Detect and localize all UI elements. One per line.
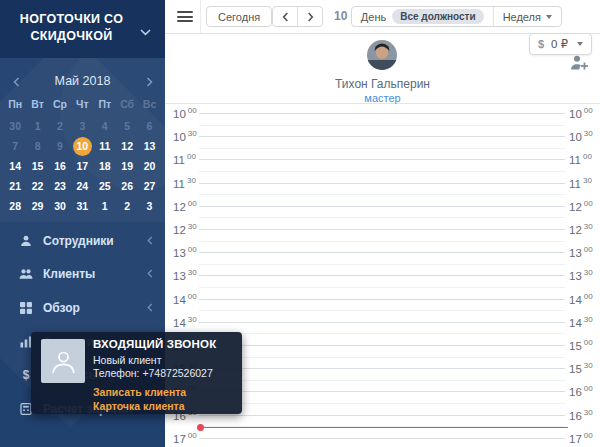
calendar-day[interactable]: 2 (116, 196, 138, 216)
calendar-day[interactable]: 8 (26, 136, 48, 156)
chevron-left-icon (147, 234, 153, 248)
calendar-day[interactable]: 16 (49, 156, 71, 176)
popup-phone: Телефон: +74872526027 (93, 367, 234, 380)
calendar-day[interactable]: 29 (26, 196, 48, 216)
grid-line (199, 415, 565, 416)
grid-icon (18, 302, 34, 314)
time-label-right: 1200 (569, 199, 593, 213)
grid-line (199, 438, 565, 439)
grid-line-quarter (199, 403, 565, 404)
calendar-day[interactable]: 5 (116, 116, 138, 136)
prev-day-button[interactable] (273, 7, 297, 26)
calendar-day[interactable]: 26 (116, 176, 138, 196)
time-label-left: 1030 (173, 129, 197, 143)
menu-toggle-icon[interactable] (177, 11, 193, 25)
time-label-right: 1430 (569, 315, 593, 329)
time-label-left: 1700 (173, 431, 197, 445)
time-label-right: 1100 (569, 152, 592, 166)
sidebar-item-employees[interactable]: Сотрудники (0, 224, 165, 258)
time-label-right: 1130 (569, 176, 592, 190)
calendar-day[interactable]: 24 (71, 176, 93, 196)
people-icon (18, 268, 34, 280)
calendar-day[interactable]: 30 (49, 196, 71, 216)
current-time-dot (197, 424, 204, 431)
calendar-day[interactable]: 18 (94, 156, 116, 176)
calendar-day[interactable]: 19 (116, 156, 138, 176)
calendar-day[interactable]: 22 (26, 176, 48, 196)
time-label-right: 1700 (569, 431, 593, 445)
client-card-link[interactable]: Карточка клиента (93, 400, 234, 414)
company-name: НОГОТОЧКИ СО СКИДОЧКОЙ (8, 11, 135, 45)
calendar-day[interactable]: 4 (94, 116, 116, 136)
time-label-left: 1000 (173, 106, 197, 120)
calendar-day[interactable]: 2 (49, 116, 71, 136)
time-label-left: 1400 (173, 292, 197, 306)
today-button[interactable]: Сегодня (206, 6, 272, 27)
staff-name: Тихон Гальперин (165, 77, 600, 91)
add-person-icon[interactable] (570, 55, 589, 74)
calendar-day[interactable]: 12 (116, 136, 138, 156)
time-label-left: 1330 (173, 268, 197, 282)
grid-line (199, 391, 565, 392)
day-view-segment[interactable]: День Все должности (352, 7, 493, 26)
weekday-label: Ср (49, 98, 71, 112)
chevron-down-icon[interactable] (140, 25, 151, 39)
calendar-day[interactable]: 15 (26, 156, 48, 176)
calendar-day[interactable]: 28 (4, 196, 26, 216)
grid-line-quarter (199, 194, 565, 195)
caret-down-icon (546, 15, 552, 19)
calendar-day[interactable]: 6 (138, 116, 160, 136)
calendar-day[interactable]: 17 (71, 156, 93, 176)
staff-role-link[interactable]: мастер (165, 92, 600, 104)
grid-line (199, 368, 565, 369)
grid-line (199, 322, 565, 323)
calendar-day[interactable]: 1 (94, 196, 116, 216)
positions-filter-pill[interactable]: Все должности (392, 9, 483, 24)
time-label-right: 1600 (569, 384, 593, 398)
calendar-day[interactable]: 21 (4, 176, 26, 196)
next-day-button[interactable] (297, 7, 322, 26)
grid-line-quarter (199, 357, 565, 358)
calendar-day[interactable]: 3 (71, 116, 93, 136)
calendar-day[interactable]: 31 (71, 196, 93, 216)
book-client-link[interactable]: Записать клиента (93, 386, 234, 400)
balance-dropdown-button[interactable]: $ 0 ₽ (529, 33, 592, 55)
calendar-day[interactable]: 27 (138, 176, 160, 196)
balance-amount: 0 ₽ (551, 37, 568, 51)
calendar-day[interactable]: 11 (94, 136, 116, 156)
calendar-day-selected[interactable]: 10 (71, 136, 93, 156)
calendar-day[interactable]: 25 (94, 176, 116, 196)
calendar-day[interactable]: 7 (4, 136, 26, 156)
time-label-right: 1530 (569, 361, 593, 375)
time-label-left: 1200 (173, 199, 197, 213)
calendar-day[interactable]: 20 (138, 156, 160, 176)
grid-line (199, 206, 565, 207)
grid-line-quarter (199, 148, 565, 149)
weekday-label: Вт (26, 98, 48, 112)
calendar-day[interactable]: 30 (4, 116, 26, 136)
current-time-indicator (199, 427, 568, 428)
sidebar-item-clients[interactable]: Клиенты (0, 258, 165, 292)
staff-avatar[interactable] (367, 40, 397, 70)
time-label-left: 1430 (173, 315, 197, 329)
weekday-header-row: ПнВтСрЧтПтСбВс (4, 98, 161, 112)
grid-line (199, 229, 565, 230)
calendar-day[interactable]: 13 (138, 136, 160, 156)
sidebar-item-overview[interactable]: Обзор (0, 291, 165, 325)
grid-line-quarter (199, 241, 565, 242)
calendar-day[interactable]: 3 (138, 196, 160, 216)
weekday-label: Вс (138, 98, 160, 112)
mini-calendar: Май 2018 ПнВтСрЧтПтСбВс 3012345678910111… (0, 58, 165, 222)
calendar-day[interactable]: 23 (49, 176, 71, 196)
calendar-day[interactable]: 14 (4, 156, 26, 176)
next-month-icon[interactable] (141, 76, 157, 90)
calendar-day[interactable]: 1 (26, 116, 48, 136)
date-nav-group (272, 6, 323, 27)
sidebar-item-label: Клиенты (43, 267, 147, 281)
week-view-segment[interactable]: Неделя (493, 7, 561, 26)
calendar-day[interactable]: 9 (49, 136, 71, 156)
grid-line (199, 299, 565, 300)
chevron-left-icon (147, 301, 153, 315)
time-label-left: 1300 (173, 245, 197, 259)
prev-month-icon[interactable] (8, 76, 24, 90)
